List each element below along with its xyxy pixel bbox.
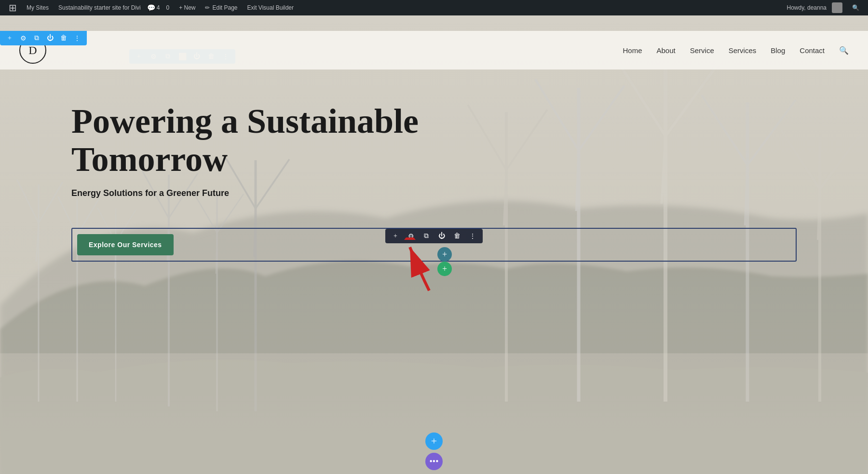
toolbar-add-icon[interactable]: + xyxy=(5,33,14,43)
site-header: D Home About Service Services Blog Conta… xyxy=(0,31,868,70)
hero-content: + ⚙ ⧉ ⬜ ⏻ 🗑 ⋮ Powering a Sustainable Tom… xyxy=(71,102,505,218)
nav-contact[interactable]: Contact xyxy=(800,46,825,55)
toolbar-delete-icon[interactable]: 🗑 xyxy=(59,33,68,43)
nav-services[interactable]: Services xyxy=(729,46,757,55)
explore-services-button[interactable]: Explore Our Services xyxy=(77,234,174,255)
nav-blog[interactable]: Blog xyxy=(771,46,785,55)
site-title[interactable]: Sustainability starter site for Divi 💬 4… xyxy=(54,0,174,15)
add-module-button[interactable]: + xyxy=(437,262,452,276)
howdy-user[interactable]: Howdy, deanna xyxy=(782,0,848,15)
add-section-button[interactable]: + xyxy=(425,432,443,450)
edit-page-button[interactable]: ✏ Edit Page xyxy=(200,0,242,15)
wordpress-logo[interactable]: ⊞ xyxy=(4,0,22,15)
my-sites-menu[interactable]: My Sites xyxy=(22,0,54,15)
my-sites-label: My Sites xyxy=(27,4,49,11)
updates-count: 0 xyxy=(166,4,169,11)
nav-service[interactable]: Service xyxy=(690,46,714,55)
element-delete-icon[interactable]: 🗑 xyxy=(453,232,461,240)
admin-bar: ⊞ My Sites Sustainability starter site f… xyxy=(0,0,868,15)
admin-search[interactable]: 🔍 xyxy=(847,0,864,15)
wp-icon: ⊞ xyxy=(9,2,17,14)
section-toolbar: + ⚙ ⧉ ⏻ 🗑 ⋮ xyxy=(0,31,87,45)
element-duplicate-icon[interactable]: ⧉ xyxy=(422,232,431,240)
element-add-icon[interactable]: + xyxy=(391,232,400,240)
user-avatar xyxy=(832,2,842,13)
toolbar-settings-icon[interactable]: ⚙ xyxy=(18,33,28,43)
admin-bar-right: Howdy, deanna 🔍 xyxy=(782,0,865,15)
nav-home[interactable]: Home xyxy=(623,46,642,55)
comments-count: 💬 4 xyxy=(147,4,160,12)
new-content-button[interactable]: + New xyxy=(174,0,200,15)
toolbar-disable-icon[interactable]: ⏻ xyxy=(45,33,55,43)
toolbar-more-icon[interactable]: ⋮ xyxy=(72,33,82,43)
element-toolbar: + ⚙ ⧉ ⏻ 🗑 ⋮ xyxy=(385,229,483,243)
add-column-button[interactable]: + xyxy=(437,247,452,262)
toolbar-duplicate-icon[interactable]: ⧉ xyxy=(32,33,41,43)
main-navigation: Home About Service Services Blog Contact… xyxy=(623,45,849,55)
hero-subtitle: Energy Solutions for a Greener Future xyxy=(71,188,505,198)
hero-title: Powering a Sustainable Tomorrow xyxy=(71,102,505,179)
element-more-icon[interactable]: ⋮ xyxy=(468,232,477,240)
nav-about[interactable]: About xyxy=(657,46,676,55)
divi-options-button[interactable]: ••• xyxy=(425,453,443,470)
search-icon: 🔍 xyxy=(852,4,859,11)
site-name: Sustainability starter site for Divi xyxy=(58,4,141,11)
element-settings-icon[interactable]: ⚙ xyxy=(407,232,415,240)
exit-visual-builder-button[interactable]: Exit Visual Builder xyxy=(243,0,299,15)
nav-search-icon[interactable]: 🔍 xyxy=(839,45,849,55)
element-disable-icon[interactable]: ⏻ xyxy=(437,232,446,240)
hero-section: D Home About Service Services Blog Conta… xyxy=(0,15,868,474)
